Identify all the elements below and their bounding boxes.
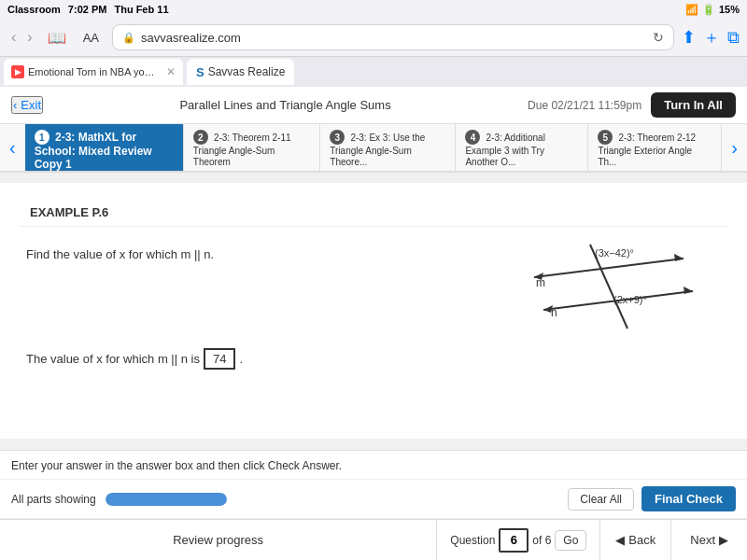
page-title: Parallel Lines and Triangle Angle Sums	[179, 98, 390, 112]
chevron-right-icon: ▶	[719, 533, 728, 547]
example-header-area: EXAMPLE P.6	[19, 194, 728, 227]
lesson-num-5: 5 2-3: Theorem 2-12 Triangle Exterior An…	[598, 130, 712, 167]
question-nav: Question of 6 Go	[437, 520, 600, 560]
url-text: savvasrealize.com	[141, 31, 241, 45]
battery-percent: 15%	[719, 4, 740, 15]
instruction-bar: Enter your answer in the answer box and …	[0, 451, 747, 480]
status-bar: Classroom 7:02 PM Thu Feb 11 📶 🔋 15%	[0, 0, 747, 19]
lesson-title-5: 2-3: Theorem 2-12 Triangle Exterior Angl…	[598, 133, 696, 168]
progress-bar-container	[106, 493, 227, 506]
question-label: Question	[450, 534, 495, 547]
diagram-area: (3x−42)° (2x+9)° m n	[515, 240, 721, 333]
url-bar[interactable]: 🔒 savvasrealize.com ↻	[112, 24, 674, 50]
exit-button[interactable]: ‹ Exit	[11, 96, 43, 114]
chevron-left-icon: ‹	[13, 98, 17, 112]
add-tab-button[interactable]: ＋	[703, 26, 720, 49]
tab-youngboy[interactable]: ▶ Emotional Torn in NBA youngboy ✕	[4, 59, 183, 85]
tabs-button[interactable]: ⧉	[727, 28, 740, 48]
problem-text: Find the value of x for which m || n.	[26, 247, 214, 261]
diagram-svg: (3x−42)° (2x+9)° m n	[515, 240, 702, 333]
tab-favicon-youngboy: ▶	[11, 65, 24, 78]
next-label: Next	[690, 533, 715, 547]
lesson-item-2[interactable]: 2 2-3: Theorem 2-11 Triangle Angle-Sum T…	[184, 124, 320, 171]
final-check-button[interactable]: Final Check	[641, 486, 736, 511]
share-button[interactable]: ⬆	[682, 27, 696, 48]
header-right: Due 02/21/21 11:59pm Turn In All	[528, 92, 736, 118]
review-progress-button[interactable]: Review progress	[0, 520, 437, 560]
instruction-text: Enter your answer in the answer box and …	[11, 459, 342, 472]
tab-close-youngboy[interactable]: ✕	[166, 65, 176, 78]
savvas-icon: S	[196, 65, 204, 79]
lesson-nav: ‹ 1 2-3: MathXL for School: Mixed Review…	[0, 124, 747, 173]
go-button[interactable]: Go	[555, 530, 586, 551]
tab-title-youngboy: Emotional Torn in NBA youngboy	[28, 66, 159, 77]
turn-in-button[interactable]: Turn In All	[651, 92, 736, 118]
tab-title-savvas: Savvas Realize	[208, 65, 286, 78]
problem-area: Find the value of x for which m || n.	[19, 227, 728, 383]
clear-all-button[interactable]: Clear All	[568, 488, 634, 511]
lesson-item-5[interactable]: 5 2-3: Theorem 2-12 Triangle Exterior An…	[588, 124, 722, 171]
time-label: 7:02 PM	[68, 4, 107, 15]
all-parts-bar: All parts showing Clear All Final Check	[0, 480, 747, 519]
lesson-prev-button[interactable]: ‹	[0, 124, 25, 171]
svg-text:n: n	[551, 306, 557, 319]
back-label: Back	[628, 533, 655, 547]
svg-line-3	[534, 259, 684, 277]
lesson-title-1: 2-3: MathXL for School: Mixed Review Cop…	[35, 131, 152, 172]
back-nav-button[interactable]: ‹	[7, 27, 20, 48]
progress-bar-fill	[106, 493, 227, 506]
question-input[interactable]	[499, 528, 529, 553]
forward-nav-button[interactable]: ›	[23, 27, 35, 48]
lesson-item-4[interactable]: 4 2-3: Additional Example 3 with Try Ano…	[456, 124, 588, 171]
svg-text:(2x+9)°: (2x+9)°	[613, 294, 647, 305]
tab-savvas[interactable]: S Savvas Realize	[187, 59, 294, 85]
lesson-num-4: 4 2-3: Additional Example 3 with Try Ano…	[465, 130, 578, 167]
lesson-num-1: 1 2-3: MathXL for School: Mixed Review C…	[35, 130, 174, 171]
svg-marker-2	[684, 287, 693, 294]
exit-label: Exit	[21, 98, 41, 112]
of-label: of 6	[532, 534, 551, 547]
lesson-num-3: 3 2-3: Ex 3: Use the Triangle Angle-Sum …	[330, 130, 445, 167]
period: .	[239, 352, 243, 366]
app-header: ‹ Exit Parallel Lines and Triangle Angle…	[0, 87, 747, 124]
bottom-area: Enter your answer in the answer box and …	[0, 450, 747, 560]
bookmarks-button[interactable]: 📖	[44, 27, 70, 49]
all-parts-label: All parts showing	[11, 493, 96, 506]
reader-mode-button[interactable]: AA	[78, 29, 105, 47]
due-date: Due 02/21/21 11:59pm	[528, 99, 641, 112]
battery-icon: 🔋	[702, 4, 715, 16]
next-button[interactable]: Next ▶	[671, 520, 747, 560]
tab-bar: ▶ Emotional Torn in NBA youngboy ✕ S Sav…	[0, 57, 747, 87]
lock-icon: 🔒	[122, 32, 135, 44]
browser-chrome: ‹ › 📖 AA 🔒 savvasrealize.com ↻ ⬆ ＋ ⧉	[0, 19, 747, 57]
main-content: EXAMPLE P.6 Find the value of x for whic…	[0, 183, 747, 439]
classroom-label: Classroom	[7, 4, 61, 15]
answer-text: The value of x for which m || n is	[26, 352, 200, 366]
wifi-icon: 📶	[685, 4, 698, 16]
lesson-items-container: 1 2-3: MathXL for School: Mixed Review C…	[25, 124, 723, 171]
nav-bar: Review progress Question of 6 Go ◀ Back …	[0, 519, 747, 560]
answer-value: 74	[204, 348, 235, 370]
lesson-num-2: 2 2-3: Theorem 2-11 Triangle Angle-Sum T…	[193, 130, 310, 167]
example-header: EXAMPLE P.6	[30, 205, 108, 219]
svg-marker-5	[674, 254, 684, 261]
svg-text:m: m	[536, 276, 545, 289]
date-label: Thu Feb 11	[114, 4, 168, 15]
back-button[interactable]: ◀ Back	[600, 520, 671, 560]
chevron-left-icon: ◀	[615, 533, 625, 547]
reload-button[interactable]: ↻	[653, 30, 664, 45]
answer-line: The value of x for which m || n is 74 .	[26, 348, 721, 370]
lesson-next-button[interactable]: ›	[722, 124, 747, 171]
lesson-item-3[interactable]: 3 2-3: Ex 3: Use the Triangle Angle-Sum …	[320, 124, 456, 171]
lesson-item-1[interactable]: 1 2-3: MathXL for School: Mixed Review C…	[25, 124, 184, 171]
svg-text:(3x−42)°: (3x−42)°	[595, 247, 634, 259]
